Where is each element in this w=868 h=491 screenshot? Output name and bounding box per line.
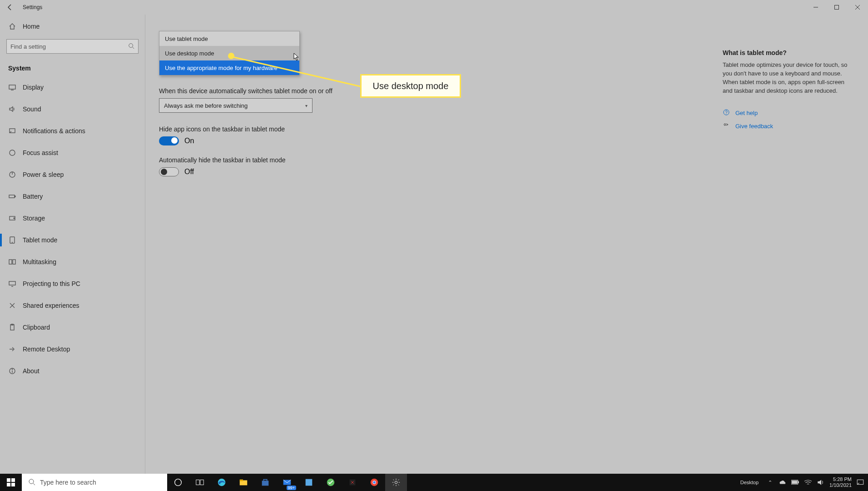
- tray-time: 5:28 PM: [829, 476, 852, 482]
- hide-icons-toggle[interactable]: [159, 136, 179, 145]
- svg-point-4: [129, 43, 133, 47]
- svg-point-34: [175, 479, 182, 486]
- store-icon[interactable]: [254, 474, 276, 491]
- taskbar: Type here to search 99+ Desktop ⌃ 5:28 P…: [0, 474, 868, 491]
- feedback-label: Give feedback: [735, 123, 773, 130]
- titlebar: Settings: [0, 0, 868, 15]
- maximize-button[interactable]: [826, 0, 847, 15]
- dropdown-option-label: Use desktop mode: [165, 50, 214, 57]
- callout-box: Use desktop mode: [360, 74, 461, 98]
- svg-text:?: ?: [725, 110, 728, 115]
- svg-rect-6: [9, 85, 15, 89]
- desktop-label[interactable]: Desktop: [740, 480, 759, 485]
- sidebar-item-label: Remote Desktop: [23, 346, 70, 353]
- sidebar-item-about[interactable]: About: [0, 360, 145, 382]
- remote-icon: [8, 345, 16, 353]
- switch-mode-combo[interactable]: Always ask me before switching ▾: [159, 98, 312, 113]
- feedback-link[interactable]: Give feedback: [723, 122, 850, 130]
- sidebar-item-notifications[interactable]: Notifications & actions: [0, 120, 145, 142]
- sidebar-item-storage[interactable]: Storage: [0, 207, 145, 229]
- sidebar-item-power[interactable]: Power & sleep: [0, 164, 145, 185]
- svg-rect-36: [200, 480, 203, 485]
- svg-rect-19: [9, 281, 15, 285]
- search-input[interactable]: Find a setting: [6, 39, 139, 54]
- svg-point-47: [373, 481, 376, 484]
- sidebar-home-label: Home: [23, 23, 40, 30]
- sidebar-item-focus-assist[interactable]: Focus assist: [0, 142, 145, 164]
- search-icon: [128, 43, 134, 50]
- app-icon-3[interactable]: [342, 474, 363, 491]
- svg-rect-1: [835, 5, 839, 10]
- svg-rect-30: [7, 483, 10, 486]
- mail-icon[interactable]: 99+: [276, 474, 298, 491]
- hide-icons-label: Hide app icons on the taskbar in tablet …: [159, 125, 477, 133]
- wifi-icon[interactable]: [804, 478, 812, 486]
- taskbar-search[interactable]: Type here to search: [22, 474, 167, 491]
- tray-chevron-icon[interactable]: ⌃: [766, 478, 774, 486]
- sidebar-item-tablet-mode[interactable]: Tablet mode: [0, 229, 145, 251]
- hide-taskbar-toggle[interactable]: [159, 167, 179, 176]
- sound-icon: [8, 105, 16, 113]
- sidebar-item-remote[interactable]: Remote Desktop: [0, 338, 145, 360]
- sidebar: Home Find a setting System Display Sound…: [0, 15, 145, 474]
- dropdown-option-tablet[interactable]: Use tablet mode: [159, 31, 299, 46]
- sidebar-item-clipboard[interactable]: Clipboard: [0, 316, 145, 338]
- mail-badge: 99+: [287, 486, 296, 490]
- sidebar-item-label: Sound: [23, 105, 41, 113]
- sidebar-home[interactable]: Home: [0, 16, 145, 36]
- get-help-label: Get help: [735, 110, 758, 116]
- dropdown-option-label: Use the appropriate mode for my hardware: [165, 65, 278, 71]
- task-view-icon[interactable]: [189, 474, 211, 491]
- back-button[interactable]: [0, 0, 20, 15]
- volume-icon[interactable]: [817, 478, 825, 486]
- window-controls: [805, 0, 868, 15]
- mouse-cursor-icon: [293, 53, 300, 63]
- svg-rect-35: [196, 480, 199, 485]
- clipboard-icon: [8, 323, 16, 331]
- sidebar-item-sound[interactable]: Sound: [0, 98, 145, 120]
- sidebar-item-battery[interactable]: Battery: [0, 185, 145, 207]
- notifications-tray-icon[interactable]: [856, 478, 864, 486]
- tray-clock[interactable]: 5:28 PM 1/10/2021: [829, 476, 852, 488]
- edge-icon[interactable]: [211, 474, 233, 491]
- app-icon-2[interactable]: [320, 474, 342, 491]
- help-icon: ?: [723, 109, 730, 117]
- callout-text: Use desktop mode: [373, 81, 449, 91]
- sidebar-item-label: Notifications & actions: [23, 127, 85, 135]
- cortana-icon[interactable]: [167, 474, 189, 491]
- svg-rect-12: [15, 196, 15, 197]
- sidebar-item-label: Multitasking: [23, 258, 56, 266]
- svg-rect-50: [798, 481, 799, 484]
- svg-rect-20: [10, 325, 14, 330]
- multitasking-icon: [8, 258, 16, 266]
- chrome-icon[interactable]: [363, 474, 385, 491]
- sidebar-item-multitasking[interactable]: Multitasking: [0, 251, 145, 273]
- sidebar-item-label: Tablet mode: [23, 236, 57, 244]
- projecting-icon: [8, 280, 16, 288]
- get-help-link[interactable]: ? Get help: [723, 109, 850, 117]
- sidebar-item-label: Storage: [23, 215, 45, 222]
- dropdown-option-label: Use tablet mode: [165, 35, 208, 42]
- close-button[interactable]: [847, 0, 868, 15]
- svg-point-48: [395, 481, 397, 484]
- tablet-icon: [8, 236, 16, 244]
- onedrive-icon[interactable]: [779, 478, 787, 486]
- start-button[interactable]: [0, 474, 22, 491]
- sidebar-item-display[interactable]: Display: [0, 76, 145, 98]
- sidebar-item-projecting[interactable]: Projecting to this PC: [0, 273, 145, 295]
- feedback-icon: [723, 122, 730, 130]
- sidebar-item-label: Power & sleep: [23, 171, 64, 178]
- svg-line-33: [33, 483, 35, 485]
- chevron-down-icon: ▾: [305, 103, 308, 108]
- notifications-icon: [8, 127, 16, 135]
- sidebar-item-shared[interactable]: Shared experiences: [0, 295, 145, 316]
- settings-icon[interactable]: [385, 474, 407, 491]
- info-panel: What is tablet mode? Tablet mode optimiz…: [723, 49, 850, 135]
- sidebar-category: System: [0, 58, 145, 76]
- minimize-button[interactable]: [805, 0, 826, 15]
- explorer-icon[interactable]: [233, 474, 254, 491]
- app-icon-1[interactable]: [298, 474, 320, 491]
- hide-taskbar-value: Off: [184, 168, 194, 176]
- battery-tray-icon[interactable]: [791, 478, 799, 486]
- svg-rect-39: [240, 480, 243, 481]
